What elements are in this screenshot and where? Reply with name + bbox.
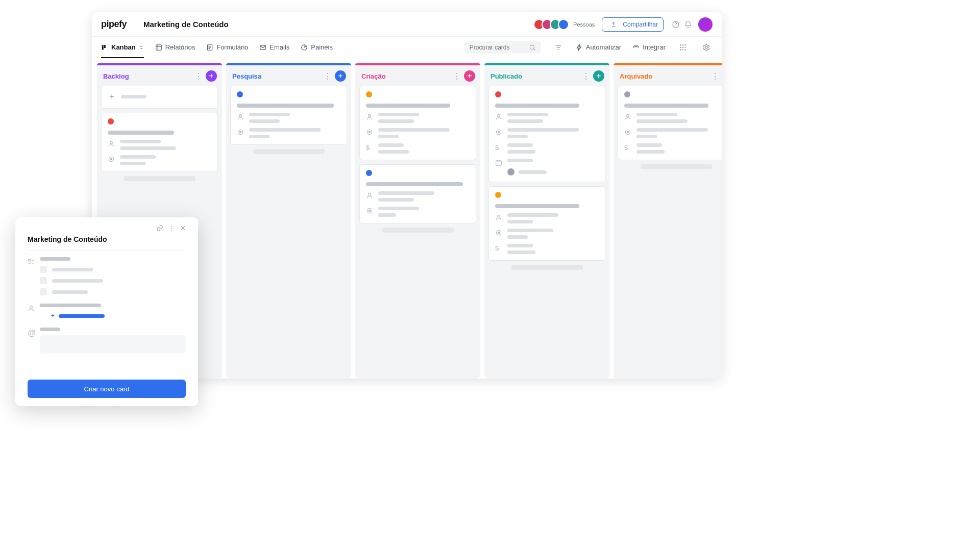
card[interactable]: $ bbox=[488, 86, 605, 182]
plus-icon: ＋ bbox=[108, 91, 116, 102]
tab-label: Emails bbox=[270, 43, 289, 51]
card[interactable]: $ bbox=[488, 186, 605, 261]
form-title: Marketing de Conteúdo bbox=[28, 232, 186, 251]
column-publicado: Publicado ⋮ + $ bbox=[484, 63, 609, 379]
card[interactable] bbox=[359, 164, 476, 223]
integrate-button[interactable]: Integrar bbox=[632, 43, 666, 51]
status-dot bbox=[366, 170, 372, 176]
svg-point-24 bbox=[369, 114, 371, 117]
tab-kanban[interactable]: Kanban bbox=[101, 37, 144, 58]
help-icon[interactable] bbox=[672, 20, 680, 29]
dollar-icon: $ bbox=[624, 144, 631, 151]
svg-point-30 bbox=[498, 114, 500, 117]
new-card-placeholder[interactable]: ＋ bbox=[101, 86, 218, 109]
status-dot bbox=[366, 91, 372, 97]
card[interactable]: $ bbox=[618, 86, 722, 160]
column-add-button[interactable]: + bbox=[593, 70, 604, 82]
search-box[interactable] bbox=[464, 41, 541, 54]
svg-point-15 bbox=[682, 49, 684, 51]
checkbox[interactable] bbox=[40, 266, 47, 273]
column-add-button[interactable]: + bbox=[464, 70, 475, 82]
svg-point-20 bbox=[110, 158, 112, 160]
column-menu-icon[interactable]: ⋮ bbox=[708, 71, 722, 81]
user-icon bbox=[366, 192, 373, 199]
status-dot bbox=[495, 192, 501, 198]
calendar-icon bbox=[495, 159, 502, 166]
card[interactable]: $ bbox=[359, 86, 476, 160]
plus-icon: + bbox=[51, 312, 55, 319]
checkbox[interactable] bbox=[40, 277, 47, 284]
search-icon bbox=[529, 44, 536, 51]
card-placeholder-ghost bbox=[511, 265, 583, 270]
create-card-button[interactable]: Criar novo card bbox=[28, 380, 186, 398]
link-icon[interactable] bbox=[156, 224, 163, 232]
dollar-icon: $ bbox=[495, 144, 502, 151]
svg-point-41 bbox=[30, 306, 33, 308]
dollar-icon: $ bbox=[366, 144, 373, 151]
text-field[interactable] bbox=[40, 335, 186, 354]
reports-icon bbox=[155, 44, 162, 51]
automate-label: Automatizar bbox=[586, 43, 621, 51]
toolbar: Kanban Relatórios Formulário Emails Pain… bbox=[92, 37, 722, 58]
filter-icon[interactable] bbox=[554, 43, 562, 52]
kanban-icon bbox=[101, 44, 108, 51]
radio-icon bbox=[366, 129, 373, 136]
svg-point-37 bbox=[627, 114, 629, 117]
tab-dashboards[interactable]: Painéis bbox=[301, 37, 333, 58]
status-dot bbox=[495, 91, 501, 97]
svg-point-9 bbox=[682, 44, 684, 46]
svg-point-18 bbox=[110, 141, 113, 144]
email-icon bbox=[259, 44, 266, 51]
gear-icon[interactable] bbox=[702, 43, 710, 52]
user-icon bbox=[495, 214, 502, 221]
card-placeholder-ghost bbox=[641, 164, 712, 169]
create-card-panel: ⋮ ✕ Marketing de Conteúdo + @ bbox=[15, 217, 198, 406]
column-menu-icon[interactable]: ⋮ bbox=[321, 71, 335, 81]
column-add-button[interactable]: + bbox=[206, 70, 217, 82]
logo: pipefy bbox=[101, 19, 127, 30]
card[interactable] bbox=[230, 86, 347, 145]
mention-icon: @ bbox=[28, 329, 35, 336]
checkbox[interactable] bbox=[40, 288, 47, 295]
radio-icon bbox=[108, 156, 115, 163]
chevron-updown-icon bbox=[139, 44, 144, 51]
automate-button[interactable]: Automatizar bbox=[576, 43, 621, 51]
people-link[interactable]: Pessoas bbox=[573, 21, 595, 28]
add-assignee-button[interactable]: + bbox=[51, 312, 186, 319]
more-options-icon[interactable]: ⋮ bbox=[168, 224, 175, 232]
form-icon bbox=[206, 44, 213, 51]
radio-icon bbox=[366, 207, 373, 214]
svg-point-21 bbox=[239, 114, 242, 117]
svg-rect-40 bbox=[29, 259, 31, 261]
column-menu-icon[interactable]: ⋮ bbox=[450, 71, 464, 81]
status-dot bbox=[108, 118, 114, 124]
avatar-stack[interactable] bbox=[536, 19, 569, 30]
tab-emails[interactable]: Emails bbox=[259, 37, 289, 58]
tab-form[interactable]: Formulário bbox=[206, 37, 248, 58]
svg-point-13 bbox=[684, 46, 686, 48]
svg-point-16 bbox=[684, 49, 686, 51]
share-button[interactable]: Compartilhar bbox=[602, 17, 664, 32]
apps-icon[interactable] bbox=[679, 43, 687, 52]
integrate-icon bbox=[632, 44, 640, 51]
search-input[interactable] bbox=[470, 44, 525, 51]
column-menu-icon[interactable]: ⋮ bbox=[579, 71, 593, 81]
close-icon[interactable]: ✕ bbox=[180, 224, 186, 232]
profile-avatar[interactable] bbox=[698, 17, 713, 32]
column-title: Publicado bbox=[491, 72, 579, 80]
svg-point-7 bbox=[530, 45, 534, 49]
card[interactable] bbox=[101, 113, 218, 172]
column-menu-icon[interactable]: ⋮ bbox=[191, 71, 206, 81]
user-icon bbox=[366, 113, 373, 120]
status-dot bbox=[237, 91, 243, 97]
column-add-button[interactable]: + bbox=[335, 70, 346, 82]
dashboard-icon bbox=[301, 44, 308, 51]
tab-reports[interactable]: Relatórios bbox=[155, 37, 195, 58]
tab-label: Relatórios bbox=[165, 43, 195, 51]
member-avatar[interactable] bbox=[558, 19, 569, 30]
bell-icon[interactable] bbox=[684, 20, 692, 29]
svg-point-32 bbox=[498, 131, 500, 133]
tab-label: Formulário bbox=[216, 43, 248, 51]
svg-rect-1 bbox=[102, 45, 104, 49]
share-icon bbox=[609, 20, 618, 29]
